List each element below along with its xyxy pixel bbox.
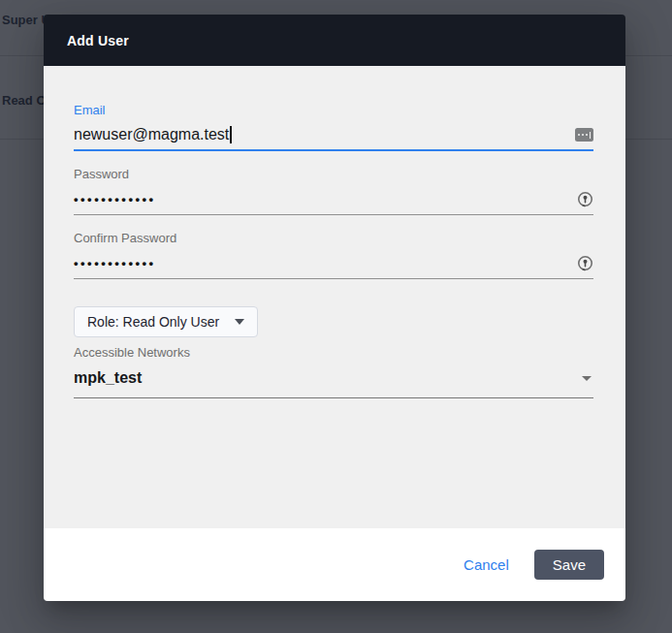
networks-select[interactable]: mpk_test: [74, 365, 593, 398]
dialog-header: Add User: [44, 15, 625, 66]
confirm-password-label: Confirm Password: [74, 231, 593, 246]
confirm-password-masked-value: ••••••••••••: [74, 256, 156, 270]
password-masked-value: ••••••••••••: [74, 192, 156, 206]
password-manager-key-icon[interactable]: [577, 255, 593, 271]
text-cursor: [230, 126, 232, 143]
email-field-group: Email newuser@magma.test: [74, 103, 593, 151]
networks-selected-value: mpk_test: [74, 369, 142, 387]
email-value: newuser@magma.test: [74, 126, 229, 143]
email-input[interactable]: newuser@magma.test: [74, 123, 593, 151]
password-manager-key-icon[interactable]: [577, 191, 593, 207]
dialog-body: Email newuser@magma.test Password ••••••…: [44, 66, 625, 528]
role-dropdown-button[interactable]: Role: Read Only User: [74, 306, 258, 337]
password-label: Password: [74, 167, 593, 182]
dialog-title: Add User: [67, 33, 129, 48]
password-field-group: Password ••••••••••••: [74, 167, 593, 215]
password-input[interactable]: ••••••••••••: [74, 187, 593, 215]
dialog-footer: Cancel Save: [44, 528, 625, 601]
add-user-dialog: Add User Email newuser@magma.test Passwo…: [44, 15, 625, 601]
screen: Super U Read O Add User Email newuser@ma…: [0, 0, 672, 633]
cancel-button[interactable]: Cancel: [456, 551, 517, 579]
confirm-password-input[interactable]: ••••••••••••: [74, 251, 593, 279]
email-label: Email: [74, 103, 593, 118]
chevron-down-icon: [582, 376, 592, 381]
confirm-password-field-group: Confirm Password ••••••••••••: [74, 231, 593, 279]
save-button[interactable]: Save: [534, 550, 604, 580]
autofill-icon[interactable]: [575, 128, 593, 142]
networks-label: Accessible Networks: [74, 345, 593, 361]
role-dropdown-label: Role: Read Only User: [87, 314, 219, 330]
networks-field-group: Accessible Networks mpk_test: [74, 345, 593, 398]
chevron-down-icon: [235, 319, 244, 325]
